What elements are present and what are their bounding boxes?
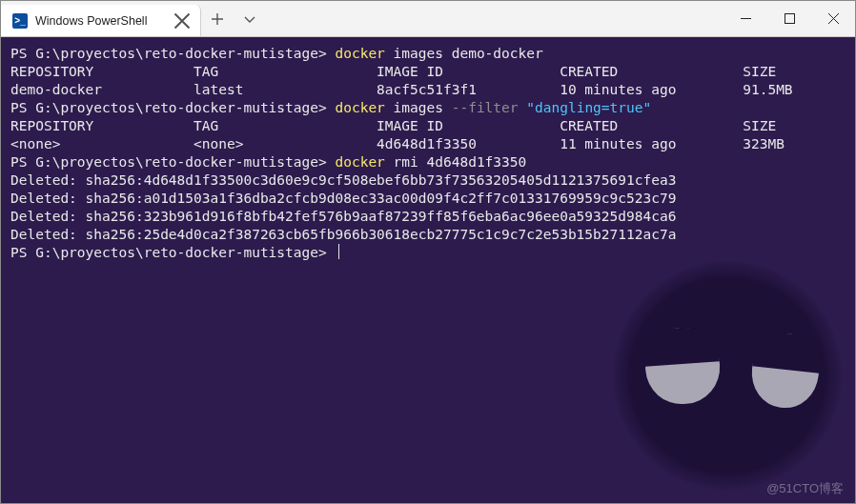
terminal-line: PS G:\proyectos\reto-docker-mutistage> d…: [10, 153, 846, 171]
terminal-line: Deleted: sha256:4d648d1f33500c3d60e9c9cf…: [10, 171, 846, 190]
close-tab-button[interactable]: [173, 12, 191, 30]
terminal-line: demo-docker latest 8acf5c51f3f1 10 minut…: [10, 81, 846, 99]
cmd-token: images: [385, 100, 452, 115]
new-tab-button[interactable]: [201, 1, 234, 36]
powershell-icon: >_: [12, 13, 28, 29]
cursor: [338, 244, 339, 259]
cmd-token: "dangling=true": [526, 100, 651, 115]
cmd-token: images demo-docker: [385, 46, 543, 61]
minimize-button[interactable]: [724, 1, 767, 36]
prompt: PS G:\proyectos\reto-docker-mutistage>: [10, 154, 335, 170]
cmd-token: docker: [335, 154, 384, 170]
maximize-button[interactable]: [767, 1, 811, 36]
tab-label: Windows PowerShell: [35, 14, 166, 28]
terminal[interactable]: PS G:\proyectos\reto-docker-mutistage> d…: [1, 37, 855, 503]
terminal-line: <none> <none> 4d648d1f3350 11 minutes ag…: [10, 135, 846, 153]
titlebar-drag-area[interactable]: [266, 1, 724, 36]
titlebar: >_ Windows PowerShell: [1, 1, 855, 37]
terminal-line: PS G:\proyectos\reto-docker-mutistage>: [10, 244, 846, 262]
cmd-token: docker: [335, 100, 384, 115]
terminal-line: Deleted: sha256:323b961d916f8bfb42fef576…: [10, 208, 846, 226]
terminal-line: REPOSITORY TAG IMAGE ID CREATED SIZE: [10, 63, 846, 81]
cmd-token: --filter: [452, 100, 527, 115]
watermark: @51CTO博客: [766, 479, 844, 497]
close-window-button[interactable]: [811, 1, 855, 36]
terminal-line: PS G:\proyectos\reto-docker-mutistage> d…: [10, 99, 846, 117]
prompt: PS G:\proyectos\reto-docker-mutistage>: [10, 100, 335, 115]
terminal-line: PS G:\proyectos\reto-docker-mutistage> d…: [10, 45, 846, 63]
terminal-line: Deleted: sha256:a01d1503a1f36dba2cfcb9d0…: [10, 190, 846, 208]
svg-rect-0: [785, 14, 794, 24]
tab-dropdown-button[interactable]: [234, 1, 266, 36]
cmd-token: docker: [335, 46, 384, 61]
cmd-token: rmi 4d648d1f3350: [385, 154, 526, 170]
terminal-line: REPOSITORY TAG IMAGE ID CREATED SIZE: [10, 117, 846, 135]
prompt: PS G:\proyectos\reto-docker-mutistage>: [10, 245, 335, 260]
prompt: PS G:\proyectos\reto-docker-mutistage>: [10, 46, 335, 61]
powershell-window: >_ Windows PowerShell PS G:\proyectos\re…: [0, 0, 856, 504]
face-icon: [613, 261, 842, 490]
tab-powershell[interactable]: >_ Windows PowerShell: [1, 5, 201, 36]
terminal-line: Deleted: sha256:25de4d0ca2f387263cb65fb9…: [10, 226, 846, 244]
